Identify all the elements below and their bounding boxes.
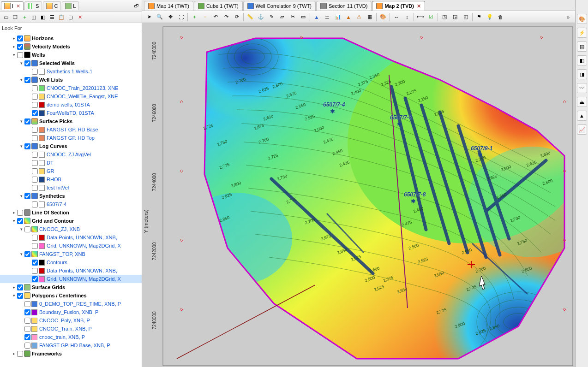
tree-checkbox[interactable] [24, 326, 30, 332]
toolbar-dist2-icon[interactable]: ↕ [402, 12, 412, 22]
toolbar-cube1-icon[interactable]: ◳ [439, 12, 450, 22]
expander-icon[interactable]: ▾ [18, 60, 24, 66]
expander-icon[interactable]: ▸ [11, 284, 17, 290]
tree-item-10[interactable]: ▾Surface Picks [0, 117, 142, 125]
tree-item-32[interactable]: 0_DEMO_TOP_RES_TIME, XNB, P [0, 300, 142, 308]
toolbar-undo-icon[interactable]: ↶ [210, 12, 221, 22]
expander-icon[interactable]: ▸ [11, 36, 17, 41]
tree-checkbox[interactable] [24, 251, 30, 257]
toolbar-flag-icon[interactable]: ⚑ [474, 12, 484, 22]
tree-checkbox[interactable] [32, 168, 38, 174]
tree-item-30[interactable]: ▸Surface Grids [0, 283, 142, 291]
tree-item-16[interactable]: GR [0, 167, 142, 175]
tree-checkbox[interactable] [17, 52, 23, 58]
toolbar-poly-icon[interactable]: ▱ [277, 12, 287, 22]
tree-item-29[interactable]: Grid, UNKNOWN, Map2DGrid, X [0, 275, 142, 283]
tree-checkbox[interactable] [24, 193, 30, 199]
tool-list-icon[interactable]: ☰ [48, 13, 56, 22]
close-icon[interactable]: ✕ [16, 3, 20, 9]
tree-checkbox[interactable] [32, 152, 38, 158]
toolbar-trash-icon[interactable]: 🗑 [495, 12, 505, 22]
toolbar-rect-icon[interactable]: ▭ [298, 12, 308, 22]
toolbar-ruler-icon[interactable]: ⟷ [415, 12, 426, 22]
tree-item-31[interactable]: ▾Polygons / Centerlines [0, 291, 142, 300]
expander-icon[interactable]: ▸ [11, 210, 17, 215]
toolbar-cube3-icon[interactable]: ◰ [461, 12, 471, 22]
doc-tab-2[interactable]: Well Correlation 9 (TWT) [243, 1, 316, 11]
expander-icon[interactable]: ▾ [18, 193, 24, 199]
toolbar-bulb-icon[interactable]: 💡 [485, 12, 495, 22]
tree-checkbox[interactable] [17, 293, 23, 299]
expander-icon[interactable]: ▾ [18, 143, 24, 149]
tree-item-15[interactable]: DT [0, 159, 142, 167]
close-icon[interactable]: ✕ [417, 3, 421, 9]
right-layers-icon[interactable]: ▤ [577, 41, 587, 52]
tree-item-35[interactable]: CNOOC_Train, XNB, P [0, 325, 142, 333]
tree-item-0[interactable]: ▸Horizons [0, 34, 142, 42]
tree-item-8[interactable]: demo wells, 01STA [0, 101, 142, 109]
tree-checkbox[interactable] [32, 69, 38, 75]
toolbar-menu-icon[interactable]: » [563, 12, 573, 22]
tree-item-38[interactable]: ▸Frameworks [0, 349, 142, 358]
toolbar-horizon-icon[interactable]: ▲ [343, 12, 354, 22]
tree-checkbox[interactable] [32, 235, 38, 241]
tree-checkbox[interactable] [17, 210, 23, 216]
right-cube-icon[interactable]: ◧ [577, 55, 587, 65]
toolbar-cube2-icon[interactable]: ◲ [450, 12, 460, 22]
tool-paste-icon[interactable]: ▢ [66, 13, 75, 22]
tree-checkbox[interactable] [32, 160, 38, 166]
tree-item-20[interactable]: 6507/7-4 [0, 200, 142, 208]
toolbar-colorbar-icon[interactable]: 🎨 [378, 12, 388, 22]
right-actions-icon[interactable]: ⚡ [577, 28, 587, 38]
tree-item-17[interactable]: RHOB [0, 175, 142, 184]
tree-checkbox[interactable] [32, 177, 38, 183]
tree-checkbox[interactable] [32, 243, 38, 249]
toolbar-layers-icon[interactable]: ☰ [322, 12, 332, 22]
tree-item-21[interactable]: ▸Line Of Section [0, 208, 142, 217]
tree-item-37[interactable]: FANGST GP. HD Base, XNB, P [0, 341, 142, 349]
tree-item-9[interactable]: FourWellsTD, 01STA [0, 109, 142, 117]
tree-item-26[interactable]: ▾FANGST_TOP, XNB [0, 250, 142, 258]
tree-item-22[interactable]: ▾Grid and Contour [0, 217, 142, 225]
tool-cascade-icon[interactable]: ▭ [2, 13, 10, 22]
tree-item-28[interactable]: Data Points, UNKNOWN, XNB, [0, 266, 142, 275]
tree-checkbox[interactable] [17, 36, 23, 41]
tool-copy-icon[interactable]: ❐ [11, 13, 19, 22]
tree-checkbox[interactable] [32, 85, 38, 91]
expander-icon[interactable]: ▾ [11, 218, 17, 224]
tree-checkbox[interactable] [24, 60, 30, 66]
tree-item-12[interactable]: FANGST GP. HD Top [0, 134, 142, 142]
right-cube2-icon[interactable]: ◨ [577, 69, 587, 79]
toolbar-anchor-icon[interactable]: ⚓ [256, 12, 266, 22]
tree-checkbox[interactable] [32, 127, 38, 133]
tree-item-5[interactable]: ▾Well Lists [0, 76, 142, 84]
tree-checkbox[interactable] [17, 218, 23, 224]
toolbar-pointer-icon[interactable]: ➤ [144, 12, 154, 22]
tree-checkbox[interactable] [24, 309, 30, 315]
tree-view[interactable]: ▸Horizons▸Velocity Models▾Wells▾Selected… [0, 33, 142, 367]
tree-checkbox[interactable] [32, 268, 38, 274]
top-tab-l[interactable]: L [62, 1, 79, 10]
panel-restore-icon[interactable]: 🗗 [132, 2, 141, 10]
tool-box2-icon[interactable]: ◧ [39, 13, 47, 22]
tree-item-11[interactable]: FANGST GP. HD Base [0, 125, 142, 134]
tree-checkbox[interactable] [24, 334, 30, 340]
toolbar-histo-icon[interactable]: 📊 [333, 12, 343, 22]
tree-item-34[interactable]: CNOOC_Poly, XNB, P [0, 316, 142, 325]
tree-checkbox[interactable] [32, 110, 38, 116]
right-palette-icon[interactable]: 🎨 [577, 14, 587, 24]
tree-checkbox[interactable] [17, 44, 23, 50]
toolbar-pan-icon[interactable]: ✥ [165, 12, 175, 22]
right-well-icon[interactable]: ▲ [577, 111, 587, 121]
top-tab-c[interactable]: C [43, 1, 61, 10]
tree-item-27[interactable]: Contours [0, 258, 142, 266]
toolbar-measure-icon[interactable]: 📏 [245, 12, 255, 22]
right-chart-icon[interactable]: 📈 [577, 124, 587, 135]
right-horizon-icon[interactable]: ⛰ [577, 97, 587, 107]
tree-checkbox[interactable] [32, 135, 38, 141]
toolbar-pick-icon[interactable]: ✎ [266, 12, 276, 22]
tree-item-18[interactable]: test IntVel [0, 184, 142, 192]
lookfor-input[interactable] [24, 24, 142, 32]
tree-checkbox[interactable] [17, 351, 23, 357]
toolbar-zoomrect-icon[interactable]: 🔍 [155, 12, 165, 22]
